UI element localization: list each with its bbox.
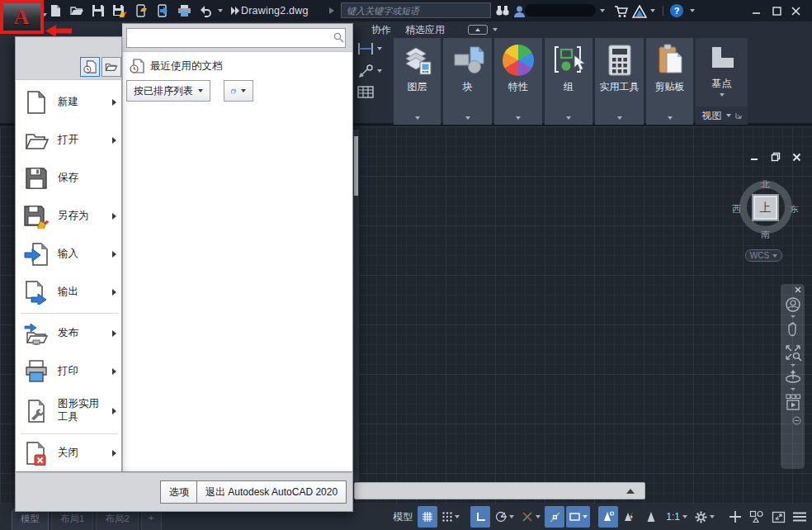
menu-item-export[interactable]: 输出 (19, 273, 120, 311)
multileader-icon[interactable] (356, 64, 393, 78)
snap-caret[interactable] (455, 515, 460, 518)
zoom-extents-icon[interactable] (784, 343, 802, 362)
panel-properties-caret[interactable] (516, 116, 521, 120)
panel-utilities[interactable]: 实用工具 (595, 38, 644, 125)
undo-icon[interactable] (196, 2, 215, 20)
help-caret[interactable] (690, 9, 695, 12)
clean-screen-icon[interactable] (768, 506, 788, 528)
undo-dropdown-caret[interactable] (218, 9, 223, 12)
menu-item-save-as[interactable]: 另存为 (19, 197, 120, 235)
isolate-objects-icon[interactable] (747, 506, 767, 528)
base-point-label[interactable]: 基点 (712, 77, 732, 91)
doc-minimize-icon[interactable] (745, 149, 763, 165)
object-snap-toggle[interactable] (545, 506, 564, 528)
panel-layers[interactable]: 图层 (394, 38, 441, 125)
navbar-close-icon[interactable] (795, 286, 801, 293)
ribbon-minimize-button[interactable] (468, 25, 488, 35)
viewcube-north[interactable]: 北 (761, 178, 770, 191)
save-icon[interactable] (89, 2, 107, 20)
doc-close-icon[interactable] (787, 149, 805, 165)
viewcube-south[interactable]: 南 (761, 229, 770, 241)
model-space-button[interactable]: 模型 (389, 510, 416, 524)
scale-caret[interactable] (682, 515, 687, 518)
panel-layers-caret[interactable] (415, 116, 420, 120)
tab-collaborate[interactable]: 协作 (368, 21, 394, 38)
workspace-caret[interactable] (710, 515, 715, 518)
annotation-scale-icon[interactable] (641, 506, 661, 528)
otrack-caret[interactable] (536, 515, 541, 518)
menu-item-publish[interactable]: 发布 (19, 315, 120, 353)
maximize-button[interactable] (767, 2, 786, 19)
pan-hand-icon[interactable] (785, 320, 801, 338)
help-icon[interactable]: ? (670, 4, 683, 17)
panel-block-caret[interactable] (465, 116, 470, 120)
dyninput-caret[interactable] (583, 515, 588, 518)
menu-item-close[interactable]: 关闭 (19, 435, 120, 471)
panel-view[interactable]: 基点 视图 (696, 38, 748, 125)
panel-groups-caret[interactable] (566, 116, 571, 120)
wheel-caret[interactable] (791, 315, 795, 318)
display-mode-dropdown[interactable] (224, 80, 253, 102)
panel-utilities-caret[interactable] (617, 116, 622, 120)
orbit-icon[interactable] (784, 369, 802, 386)
customization-menu-icon[interactable] (790, 506, 810, 528)
open-from-mobile-icon[interactable] (132, 2, 150, 20)
menu-item-print[interactable]: 打印 (19, 353, 120, 390)
search-binoculars-icon[interactable] (493, 2, 512, 20)
exit-button[interactable]: 退出 Autodesk AutoCAD 2020 (196, 480, 347, 504)
polar-tracking-toggle[interactable] (492, 506, 517, 528)
panel-clipboard[interactable]: 剪贴板 (646, 38, 693, 125)
annotation-autoscale-toggle[interactable] (620, 506, 640, 528)
vertical-scrollbar-thumb[interactable] (354, 136, 358, 196)
viewcube-top-face[interactable]: 上 (752, 194, 779, 221)
close-button[interactable] (786, 2, 805, 19)
navigation-wheel-icon[interactable] (785, 296, 801, 313)
object-snap-tracking-toggle[interactable] (518, 506, 543, 528)
linear-dimension-icon[interactable] (356, 41, 393, 56)
menu-item-save[interactable]: 保存 (19, 159, 120, 197)
view-panel-footer[interactable]: 视图 (696, 106, 748, 125)
ortho-toggle[interactable] (470, 506, 490, 528)
menu-item-import[interactable]: 输入 (19, 235, 120, 273)
showmotion-icon[interactable] (785, 393, 801, 411)
orbit-caret[interactable] (791, 388, 795, 390)
panel-block[interactable]: 块 (443, 38, 492, 125)
panel-groups[interactable]: 组 (545, 38, 592, 125)
menu-item-new[interactable]: 新建 (19, 83, 120, 121)
dynamic-input-toggle[interactable] (566, 506, 590, 528)
wcs-dropdown[interactable]: WCS (745, 249, 782, 262)
tab-featured-apps[interactable]: 精选应用 (402, 21, 448, 38)
qnew-icon[interactable] (46, 2, 64, 20)
polar-caret[interactable] (509, 515, 514, 518)
menu-item-open[interactable]: 打开 (19, 121, 120, 159)
app-store-cart-icon[interactable] (612, 2, 630, 21)
command-line-bar[interactable] (354, 482, 645, 499)
open-icon[interactable] (68, 2, 86, 20)
zoom-caret[interactable] (791, 364, 795, 367)
a360-icon[interactable] (630, 2, 649, 21)
doc-restore-icon[interactable] (767, 149, 785, 165)
save-as-icon[interactable] (111, 2, 129, 20)
snap-toggle[interactable] (439, 506, 462, 528)
vertical-scrollbar[interactable] (353, 130, 359, 481)
plot-icon[interactable] (175, 2, 193, 20)
menu-item-drawing-utilities[interactable]: 图形实用工具 (19, 390, 120, 432)
sort-order-dropdown[interactable]: 按已排序列表 (126, 80, 210, 102)
viewcube-west[interactable]: 西 (732, 203, 741, 215)
ribbon-minimize-caret[interactable] (493, 28, 498, 31)
minimize-button[interactable] (747, 2, 765, 19)
dialog-launcher-icon[interactable] (735, 112, 742, 119)
options-button[interactable]: 选项 (160, 480, 198, 504)
grid-toggle[interactable] (418, 506, 437, 528)
recent-commands-arrow[interactable] (626, 489, 635, 494)
menu-search-input[interactable] (126, 28, 346, 48)
a360-caret[interactable] (650, 9, 655, 12)
annotation-scale-value[interactable]: 1:1 (663, 506, 690, 528)
save-to-mobile-icon[interactable] (153, 2, 172, 20)
tracking-plus-icon[interactable] (725, 506, 745, 528)
viewcube-east[interactable]: 东 (790, 203, 799, 215)
open-documents-toggle[interactable] (102, 57, 121, 77)
panel-clipboard-caret[interactable] (668, 116, 673, 120)
table-icon[interactable] (356, 85, 393, 102)
panel-properties[interactable]: 特性 (494, 38, 542, 125)
